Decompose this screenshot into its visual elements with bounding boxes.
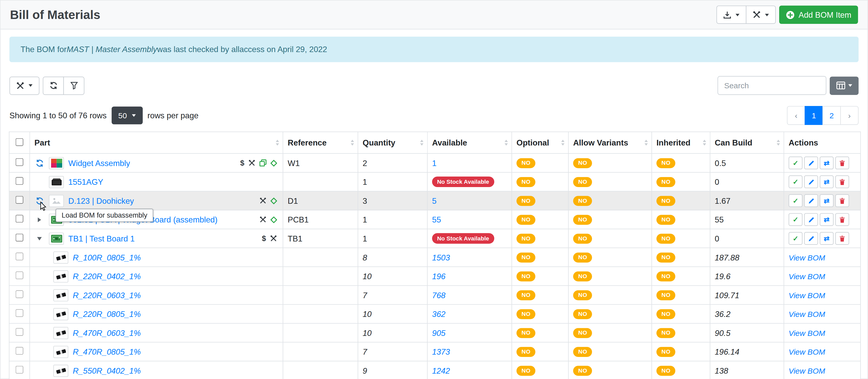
- available-stock-link[interactable]: 1242: [432, 366, 450, 375]
- part-link[interactable]: Widget Assembly: [68, 159, 130, 167]
- sort-icon[interactable]: [703, 139, 706, 146]
- collapse-row-icon[interactable]: [34, 236, 44, 241]
- col-part[interactable]: Part: [30, 132, 283, 153]
- available-stock-link[interactable]: 768: [432, 290, 445, 299]
- optional-badge: NO: [517, 196, 535, 206]
- sort-icon[interactable]: [776, 139, 780, 146]
- col-allow-variants[interactable]: Allow Variants: [568, 132, 652, 153]
- view-bom-link[interactable]: View BOM: [789, 366, 826, 375]
- row-checkbox[interactable]: [16, 196, 23, 204]
- sort-icon[interactable]: [350, 139, 354, 146]
- table-actions-button[interactable]: [9, 76, 39, 94]
- available-stock-link[interactable]: 55: [432, 215, 441, 224]
- part-link[interactable]: 1551AGY: [68, 177, 103, 186]
- expand-row-icon[interactable]: [34, 217, 44, 222]
- delete-button[interactable]: [835, 194, 849, 207]
- row-checkbox[interactable]: [16, 309, 23, 317]
- view-bom-link[interactable]: View BOM: [789, 272, 826, 281]
- columns-button[interactable]: [830, 76, 859, 94]
- sort-icon[interactable]: [644, 139, 648, 146]
- part-link[interactable]: R_220R_0805_1%: [73, 310, 141, 318]
- actions-cell: ✓⇄: [784, 191, 861, 210]
- available-stock-link[interactable]: 5: [432, 196, 436, 205]
- load-subassembly-icon[interactable]: [34, 159, 44, 167]
- substitutes-button[interactable]: ⇄: [820, 213, 834, 226]
- row-checkbox[interactable]: [16, 366, 23, 374]
- view-bom-link[interactable]: View BOM: [789, 347, 826, 356]
- row-checkbox[interactable]: [16, 158, 23, 166]
- edit-button[interactable]: [804, 213, 818, 226]
- view-bom-link[interactable]: View BOM: [789, 310, 826, 318]
- substitutes-button[interactable]: ⇄: [820, 176, 834, 188]
- available-stock-link[interactable]: 1503: [432, 253, 450, 262]
- part-link[interactable]: R_220R_0402_1%: [73, 272, 141, 281]
- delete-button[interactable]: [835, 213, 849, 226]
- available-stock-link[interactable]: 362: [432, 310, 445, 318]
- row-checkbox[interactable]: [16, 234, 23, 242]
- row-checkbox[interactable]: [16, 252, 23, 260]
- view-bom-link[interactable]: View BOM: [789, 328, 826, 338]
- part-link[interactable]: R_550R_0402_1%: [73, 366, 141, 375]
- row-checkbox[interactable]: [16, 347, 23, 355]
- sort-icon[interactable]: [561, 139, 565, 146]
- col-reference[interactable]: Reference: [283, 132, 358, 153]
- col-inherited[interactable]: Inherited: [652, 132, 710, 153]
- select-all-checkbox[interactable]: [16, 138, 23, 146]
- refresh-button[interactable]: [43, 76, 64, 94]
- header-button-group: [716, 6, 776, 24]
- delete-button[interactable]: [835, 157, 849, 169]
- row-checkbox[interactable]: [16, 328, 23, 336]
- col-available[interactable]: Available: [428, 132, 512, 153]
- part-flag-icons: $: [240, 159, 278, 166]
- part-link[interactable]: R_470R_0805_1%: [73, 347, 141, 356]
- available-stock-link[interactable]: 1: [432, 159, 436, 167]
- validate-button[interactable]: ✓: [789, 232, 803, 245]
- next-page-button[interactable]: ›: [840, 106, 859, 125]
- sort-icon[interactable]: [504, 139, 508, 146]
- delete-button[interactable]: [835, 176, 849, 188]
- bom-subrow: R_220R_0402_1%10196NONONO19.6View BOM: [9, 266, 861, 286]
- substitutes-button[interactable]: ⇄: [820, 194, 834, 207]
- col-quantity[interactable]: Quantity: [358, 132, 427, 153]
- row-checkbox[interactable]: [16, 215, 23, 222]
- row-checkbox[interactable]: [16, 177, 23, 185]
- validate-button[interactable]: ✓: [789, 194, 803, 207]
- substitutes-button[interactable]: ⇄: [820, 157, 834, 169]
- sort-icon[interactable]: [420, 139, 424, 146]
- validate-button[interactable]: ✓: [789, 176, 803, 188]
- part-link[interactable]: R_220R_0603_1%: [73, 290, 141, 299]
- row-checkbox[interactable]: [16, 290, 23, 298]
- bom-actions-button[interactable]: [746, 6, 776, 24]
- sort-icon[interactable]: [276, 139, 279, 146]
- search-input[interactable]: [718, 76, 827, 95]
- prev-page-button[interactable]: ‹: [787, 106, 805, 125]
- page-size-select[interactable]: 50: [112, 106, 143, 124]
- add-bom-item-button[interactable]: Add BOM Item: [779, 6, 858, 24]
- validate-button[interactable]: ✓: [789, 157, 803, 169]
- page-button-1[interactable]: 1: [805, 106, 823, 125]
- col-optional[interactable]: Optional: [512, 132, 568, 153]
- edit-button[interactable]: [804, 232, 818, 245]
- part-link[interactable]: D.123 | Doohickey: [68, 196, 134, 205]
- delete-button[interactable]: [835, 232, 849, 245]
- edit-button[interactable]: [804, 176, 818, 188]
- edit-button[interactable]: [804, 157, 818, 169]
- edit-button[interactable]: [804, 194, 818, 207]
- part-link[interactable]: TB1 | Test Board 1: [68, 234, 135, 243]
- available-stock-link[interactable]: 1373: [432, 347, 450, 356]
- view-bom-link[interactable]: View BOM: [789, 253, 826, 262]
- can-build-cell: 1.67: [710, 191, 784, 210]
- export-button[interactable]: [716, 6, 746, 24]
- col-can-build[interactable]: Can Build: [710, 132, 784, 153]
- view-bom-link[interactable]: View BOM: [789, 290, 826, 299]
- available-stock-link[interactable]: 196: [432, 272, 445, 281]
- part-link[interactable]: R_470R_0603_1%: [73, 328, 141, 338]
- validate-button[interactable]: ✓: [789, 213, 803, 226]
- filter-button[interactable]: [63, 76, 85, 94]
- row-checkbox[interactable]: [16, 272, 23, 279]
- page-button-2[interactable]: 2: [823, 106, 841, 125]
- substitutes-button[interactable]: ⇄: [820, 232, 834, 245]
- part-link[interactable]: R_100R_0805_1%: [73, 253, 141, 262]
- refresh-filter-group: [43, 76, 85, 94]
- available-stock-link[interactable]: 905: [432, 328, 445, 338]
